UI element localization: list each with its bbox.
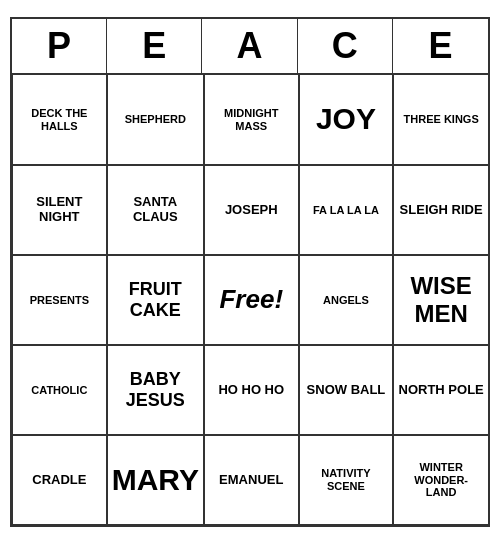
bingo-cell-0-3: JOY bbox=[299, 75, 394, 165]
header-letter-a: A bbox=[202, 19, 297, 73]
bingo-cell-1-4: SLEIGH RIDE bbox=[393, 165, 488, 255]
bingo-cell-0-0: DECK THE HALLS bbox=[12, 75, 107, 165]
bingo-cell-2-0: PRESENTS bbox=[12, 255, 107, 345]
bingo-cell-3-4: NORTH POLE bbox=[393, 345, 488, 435]
bingo-cell-0-1: SHEPHERD bbox=[107, 75, 204, 165]
bingo-cell-4-3: NATIVITY SCENE bbox=[299, 435, 394, 525]
bingo-cell-0-2: MIDNIGHT MASS bbox=[204, 75, 299, 165]
bingo-cell-3-1: BABY JESUS bbox=[107, 345, 204, 435]
bingo-cell-1-0: SILENT NIGHT bbox=[12, 165, 107, 255]
header-letter-e: E bbox=[393, 19, 488, 73]
bingo-card: PEACE DECK THE HALLSSHEPHERDMIDNIGHT MAS… bbox=[10, 17, 490, 527]
header-letter-c: C bbox=[298, 19, 393, 73]
bingo-cell-2-3: ANGELS bbox=[299, 255, 394, 345]
bingo-cell-4-0: CRADLE bbox=[12, 435, 107, 525]
bingo-cell-3-0: CATHOLIC bbox=[12, 345, 107, 435]
bingo-cell-3-3: SNOW BALL bbox=[299, 345, 394, 435]
header-row: PEACE bbox=[12, 19, 488, 75]
bingo-cell-1-1: SANTA CLAUS bbox=[107, 165, 204, 255]
bingo-cell-0-4: THREE KINGS bbox=[393, 75, 488, 165]
bingo-cell-2-4: WISE MEN bbox=[393, 255, 488, 345]
bingo-cell-3-2: HO HO HO bbox=[204, 345, 299, 435]
header-letter-e: E bbox=[107, 19, 202, 73]
bingo-cell-4-4: WINTER WONDER- LAND bbox=[393, 435, 488, 525]
bingo-cell-2-2: Free! bbox=[204, 255, 299, 345]
bingo-cell-1-3: FA LA LA LA bbox=[299, 165, 394, 255]
bingo-cell-1-2: JOSEPH bbox=[204, 165, 299, 255]
bingo-cell-4-1: MARY bbox=[107, 435, 204, 525]
bingo-cell-4-2: EMANUEL bbox=[204, 435, 299, 525]
bingo-grid: DECK THE HALLSSHEPHERDMIDNIGHT MASSJOYTH… bbox=[12, 75, 488, 525]
header-letter-p: P bbox=[12, 19, 107, 73]
bingo-cell-2-1: FRUIT CAKE bbox=[107, 255, 204, 345]
